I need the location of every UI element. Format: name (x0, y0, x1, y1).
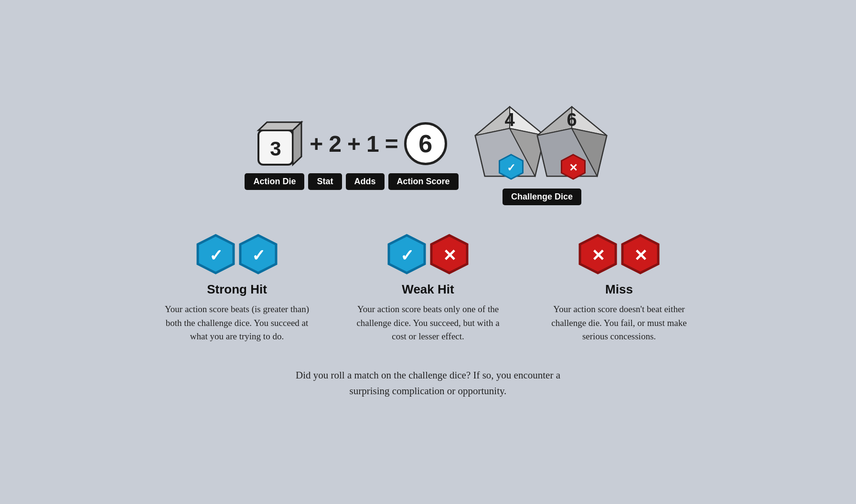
adds-value: 1 (366, 131, 379, 157)
miss-icons: ✕ ✕ (578, 234, 661, 274)
die-cube-svg: 3 (256, 120, 304, 168)
result-weak-hit: ✓ ✕ Weak Hit Your action score beats onl… (352, 234, 504, 344)
operator-plus2: + (347, 131, 361, 157)
equation-left: 3 + 2 + 1 = 6 Action Die Stat Adds Actio… (245, 120, 458, 190)
strong-hit-icons: ✓ ✓ (195, 234, 278, 274)
svg-text:✕: ✕ (591, 246, 605, 264)
weak-hit-desc: Your action score beats only one of the … (352, 303, 504, 344)
weak-hit-icon-2: ✕ (429, 234, 470, 274)
operator-plus1: + (310, 131, 323, 157)
score-circle: 6 (404, 122, 447, 165)
miss-title: Miss (605, 282, 633, 297)
equals-sign: = (385, 131, 398, 157)
challenge-dice-icons: 4 ✓ 6 (473, 105, 611, 186)
svg-text:✕: ✕ (443, 246, 456, 264)
score-number: 6 (418, 129, 432, 158)
strong-hit-icon-1: ✓ (195, 234, 236, 274)
footer-line2: surprising complication or opportunity. (350, 385, 507, 397)
miss-icon-2: ✕ (620, 234, 661, 274)
footer-line1: Did you roll a match on the challenge di… (296, 369, 560, 381)
equation-section: 3 + 2 + 1 = 6 Action Die Stat Adds Actio… (245, 105, 611, 205)
results-section: ✓ ✓ Strong Hit Your action score beats (… (160, 234, 696, 344)
challenge-die-2: 6 ✕ (535, 105, 611, 186)
label-stat: Stat (308, 173, 342, 190)
miss-desc: Your action score doesn't beat either ch… (543, 303, 696, 344)
svg-text:6: 6 (567, 110, 577, 130)
equation-row: 3 + 2 + 1 = 6 (256, 120, 447, 168)
challenge-dice-section: 4 ✓ 6 (473, 105, 611, 205)
svg-marker-2 (293, 122, 301, 165)
svg-text:3: 3 (270, 137, 281, 160)
die1-check-badge: ✓ (498, 154, 524, 182)
weak-hit-title: Weak Hit (402, 282, 454, 297)
strong-hit-icon-2: ✓ (238, 234, 278, 274)
footer-note: Did you roll a match on the challenge di… (296, 368, 560, 399)
miss-icon-1: ✕ (578, 234, 618, 274)
die2-badge-svg: ✕ (560, 154, 586, 180)
svg-text:✓: ✓ (209, 246, 223, 264)
label-action-score: Action Score (388, 173, 459, 190)
label-action-die: Action Die (245, 173, 304, 190)
svg-text:✓: ✓ (507, 162, 515, 174)
labels-row: Action Die Stat Adds Action Score (245, 173, 458, 190)
svg-text:✕: ✕ (634, 246, 647, 264)
die2-x-badge: ✕ (560, 154, 586, 182)
svg-text:✕: ✕ (569, 162, 578, 174)
stat-value: 2 (329, 131, 342, 157)
svg-text:✓: ✓ (252, 246, 265, 264)
strong-hit-title: Strong Hit (207, 282, 267, 297)
result-strong-hit: ✓ ✓ Strong Hit Your action score beats (… (160, 234, 313, 344)
weak-hit-icons: ✓ ✕ (386, 234, 470, 274)
weak-hit-icon-1: ✓ (386, 234, 427, 274)
die1-badge-svg: ✓ (498, 154, 524, 180)
label-adds: Adds (346, 173, 385, 190)
svg-text:4: 4 (504, 110, 514, 130)
strong-hit-desc: Your action score beats (is greater than… (160, 303, 313, 344)
label-challenge-dice: Challenge Dice (503, 189, 581, 205)
svg-text:✓: ✓ (400, 246, 414, 264)
result-miss: ✕ ✕ Miss Your action score doesn't beat … (543, 234, 696, 344)
action-die: 3 (256, 120, 304, 168)
